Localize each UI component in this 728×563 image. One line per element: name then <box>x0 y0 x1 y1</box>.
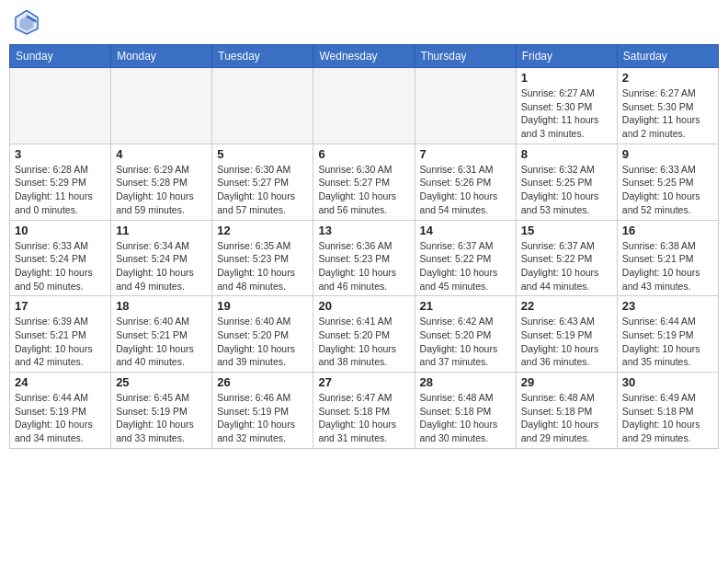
day-info: Sunrise: 6:37 AMSunset: 5:22 PMDaylight:… <box>420 239 511 293</box>
day-info: Sunrise: 6:42 AMSunset: 5:20 PMDaylight:… <box>420 315 511 369</box>
day-info: Sunrise: 6:32 AMSunset: 5:25 PMDaylight:… <box>521 163 612 217</box>
day-info: Sunrise: 6:40 AMSunset: 5:21 PMDaylight:… <box>116 315 207 369</box>
weekday-header-saturday: Saturday <box>617 45 718 68</box>
day-number: 19 <box>217 299 308 313</box>
empty-cell <box>415 68 516 144</box>
week-row-1: 1Sunrise: 6:27 AMSunset: 5:30 PMDaylight… <box>10 68 719 144</box>
week-row-4: 17Sunrise: 6:39 AMSunset: 5:21 PMDayligh… <box>10 296 719 373</box>
day-cell-10: 10Sunrise: 6:33 AMSunset: 5:24 PMDayligh… <box>10 220 111 296</box>
logo <box>13 9 44 37</box>
day-info: Sunrise: 6:39 AMSunset: 5:21 PMDaylight:… <box>15 315 106 369</box>
day-cell-23: 23Sunrise: 6:44 AMSunset: 5:19 PMDayligh… <box>617 296 718 373</box>
day-number: 4 <box>116 147 207 161</box>
day-number: 17 <box>15 299 106 313</box>
day-info: Sunrise: 6:43 AMSunset: 5:19 PMDaylight:… <box>521 315 612 369</box>
day-number: 20 <box>318 299 409 313</box>
day-number: 10 <box>15 224 106 237</box>
day-info: Sunrise: 6:38 AMSunset: 5:21 PMDaylight:… <box>622 239 713 293</box>
day-info: Sunrise: 6:31 AMSunset: 5:26 PMDaylight:… <box>420 163 511 217</box>
day-cell-3: 3Sunrise: 6:28 AMSunset: 5:29 PMDaylight… <box>10 144 111 220</box>
day-cell-5: 5Sunrise: 6:30 AMSunset: 5:27 PMDaylight… <box>212 144 313 220</box>
day-info: Sunrise: 6:34 AMSunset: 5:24 PMDaylight:… <box>116 239 207 293</box>
weekday-row: SundayMondayTuesdayWednesdayThursdayFrid… <box>10 45 719 68</box>
day-info: Sunrise: 6:48 AMSunset: 5:18 PMDaylight:… <box>521 391 612 445</box>
logo-icon <box>13 9 40 37</box>
week-row-2: 3Sunrise: 6:28 AMSunset: 5:29 PMDaylight… <box>10 144 719 220</box>
day-number: 15 <box>521 224 612 237</box>
day-info: Sunrise: 6:30 AMSunset: 5:27 PMDaylight:… <box>318 163 409 217</box>
calendar-header: SundayMondayTuesdayWednesdayThursdayFrid… <box>10 45 719 68</box>
week-row-3: 10Sunrise: 6:33 AMSunset: 5:24 PMDayligh… <box>10 220 719 296</box>
weekday-header-tuesday: Tuesday <box>212 45 313 68</box>
day-cell-15: 15Sunrise: 6:37 AMSunset: 5:22 PMDayligh… <box>516 220 617 296</box>
day-cell-26: 26Sunrise: 6:46 AMSunset: 5:19 PMDayligh… <box>212 373 313 449</box>
empty-cell <box>313 68 415 144</box>
day-number: 18 <box>116 299 207 313</box>
empty-cell <box>111 68 212 144</box>
day-cell-22: 22Sunrise: 6:43 AMSunset: 5:19 PMDayligh… <box>516 296 617 373</box>
day-number: 16 <box>622 224 713 237</box>
day-info: Sunrise: 6:37 AMSunset: 5:22 PMDaylight:… <box>521 239 612 293</box>
page-header <box>9 9 719 37</box>
day-cell-9: 9Sunrise: 6:33 AMSunset: 5:25 PMDaylight… <box>617 144 718 220</box>
day-info: Sunrise: 6:40 AMSunset: 5:20 PMDaylight:… <box>217 315 308 369</box>
day-info: Sunrise: 6:44 AMSunset: 5:19 PMDaylight:… <box>622 315 713 369</box>
day-number: 5 <box>217 147 308 161</box>
day-cell-17: 17Sunrise: 6:39 AMSunset: 5:21 PMDayligh… <box>10 296 111 373</box>
weekday-header-thursday: Thursday <box>415 45 516 68</box>
day-number: 12 <box>217 224 308 237</box>
day-cell-13: 13Sunrise: 6:36 AMSunset: 5:23 PMDayligh… <box>313 220 415 296</box>
day-number: 27 <box>318 375 409 389</box>
day-number: 25 <box>116 375 207 389</box>
day-number: 8 <box>521 147 612 161</box>
day-info: Sunrise: 6:33 AMSunset: 5:24 PMDaylight:… <box>15 239 106 293</box>
day-cell-11: 11Sunrise: 6:34 AMSunset: 5:24 PMDayligh… <box>111 220 212 296</box>
day-info: Sunrise: 6:27 AMSunset: 5:30 PMDaylight:… <box>622 86 713 141</box>
day-number: 7 <box>420 147 511 161</box>
day-info: Sunrise: 6:45 AMSunset: 5:19 PMDaylight:… <box>116 391 207 445</box>
day-info: Sunrise: 6:48 AMSunset: 5:18 PMDaylight:… <box>420 391 511 445</box>
day-cell-18: 18Sunrise: 6:40 AMSunset: 5:21 PMDayligh… <box>111 296 212 373</box>
weekday-header-friday: Friday <box>516 45 617 68</box>
day-cell-30: 30Sunrise: 6:49 AMSunset: 5:18 PMDayligh… <box>617 373 718 449</box>
day-cell-27: 27Sunrise: 6:47 AMSunset: 5:18 PMDayligh… <box>313 373 415 449</box>
day-info: Sunrise: 6:29 AMSunset: 5:28 PMDaylight:… <box>116 163 207 217</box>
calendar-body: 1Sunrise: 6:27 AMSunset: 5:30 PMDaylight… <box>10 68 719 449</box>
calendar-table: SundayMondayTuesdayWednesdayThursdayFrid… <box>9 44 719 449</box>
weekday-header-sunday: Sunday <box>10 45 111 68</box>
day-info: Sunrise: 6:47 AMSunset: 5:18 PMDaylight:… <box>318 391 409 445</box>
day-cell-1: 1Sunrise: 6:27 AMSunset: 5:30 PMDaylight… <box>516 68 617 144</box>
day-info: Sunrise: 6:33 AMSunset: 5:25 PMDaylight:… <box>622 163 713 217</box>
day-info: Sunrise: 6:27 AMSunset: 5:30 PMDaylight:… <box>521 86 612 141</box>
day-number: 2 <box>622 71 713 85</box>
day-cell-12: 12Sunrise: 6:35 AMSunset: 5:23 PMDayligh… <box>212 220 313 296</box>
day-number: 14 <box>420 224 511 237</box>
day-cell-19: 19Sunrise: 6:40 AMSunset: 5:20 PMDayligh… <box>212 296 313 373</box>
day-number: 11 <box>116 224 207 237</box>
day-number: 1 <box>521 71 612 85</box>
day-number: 3 <box>15 147 106 161</box>
day-cell-20: 20Sunrise: 6:41 AMSunset: 5:20 PMDayligh… <box>313 296 415 373</box>
day-number: 28 <box>420 375 511 389</box>
day-cell-16: 16Sunrise: 6:38 AMSunset: 5:21 PMDayligh… <box>617 220 718 296</box>
day-number: 30 <box>622 375 713 389</box>
day-cell-21: 21Sunrise: 6:42 AMSunset: 5:20 PMDayligh… <box>415 296 516 373</box>
calendar-page: SundayMondayTuesdayWednesdayThursdayFrid… <box>0 0 728 563</box>
day-number: 21 <box>420 299 511 313</box>
day-info: Sunrise: 6:35 AMSunset: 5:23 PMDaylight:… <box>217 239 308 293</box>
day-info: Sunrise: 6:36 AMSunset: 5:23 PMDaylight:… <box>318 239 409 293</box>
day-cell-6: 6Sunrise: 6:30 AMSunset: 5:27 PMDaylight… <box>313 144 415 220</box>
day-info: Sunrise: 6:28 AMSunset: 5:29 PMDaylight:… <box>15 163 106 217</box>
day-cell-29: 29Sunrise: 6:48 AMSunset: 5:18 PMDayligh… <box>516 373 617 449</box>
day-number: 23 <box>622 299 713 313</box>
day-cell-14: 14Sunrise: 6:37 AMSunset: 5:22 PMDayligh… <box>415 220 516 296</box>
day-number: 26 <box>217 375 308 389</box>
day-cell-7: 7Sunrise: 6:31 AMSunset: 5:26 PMDaylight… <box>415 144 516 220</box>
day-cell-8: 8Sunrise: 6:32 AMSunset: 5:25 PMDaylight… <box>516 144 617 220</box>
day-number: 22 <box>521 299 612 313</box>
day-number: 9 <box>622 147 713 161</box>
week-row-5: 24Sunrise: 6:44 AMSunset: 5:19 PMDayligh… <box>10 373 719 449</box>
day-info: Sunrise: 6:41 AMSunset: 5:20 PMDaylight:… <box>318 315 409 369</box>
day-info: Sunrise: 6:49 AMSunset: 5:18 PMDaylight:… <box>622 391 713 445</box>
day-cell-25: 25Sunrise: 6:45 AMSunset: 5:19 PMDayligh… <box>111 373 212 449</box>
